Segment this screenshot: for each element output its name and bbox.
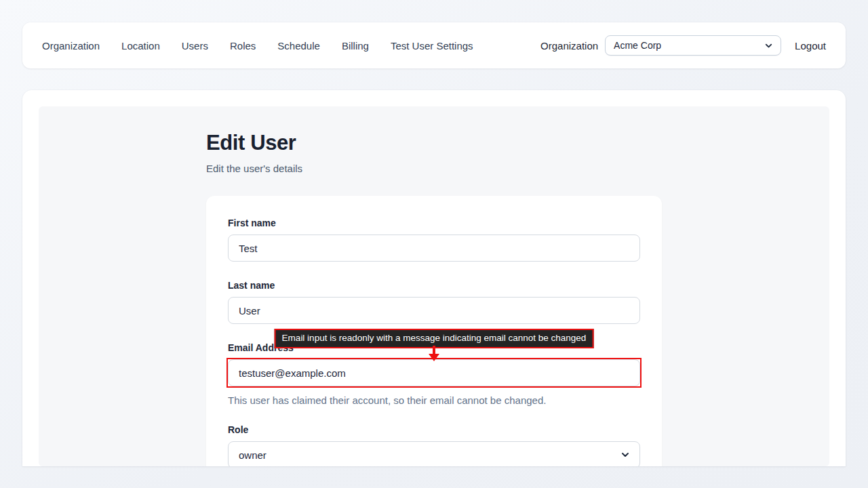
chevron-down-icon: [764, 41, 774, 51]
first-name-field-group: First name: [228, 218, 640, 262]
edit-user-form: First name Last name Email input is read…: [206, 196, 662, 466]
top-navbar: Organization Location Users Roles Schedu…: [22, 22, 846, 68]
nav-link-location[interactable]: Location: [121, 40, 160, 52]
nav-link-roles[interactable]: Roles: [230, 40, 256, 52]
role-field-group: Role owner: [228, 424, 640, 466]
first-name-input[interactable]: [228, 235, 640, 262]
last-name-field-group: Last name: [228, 280, 640, 324]
last-name-label: Last name: [228, 280, 640, 291]
page-subtitle: Edit the user's details: [206, 163, 662, 174]
annotation-tooltip: Email input is readonly with a message i…: [275, 329, 594, 348]
email-input[interactable]: [228, 359, 640, 386]
role-label: Role: [228, 424, 640, 435]
nav-link-test-user-settings[interactable]: Test User Settings: [391, 40, 473, 52]
role-select-value: owner: [239, 449, 267, 461]
email-field-group: Email input is readonly with a message i…: [228, 342, 640, 406]
email-helper-text: This user has claimed their account, so …: [228, 394, 640, 406]
chevron-down-icon: [620, 449, 631, 460]
content-column: Edit User Edit the user's details First …: [206, 106, 662, 466]
nav-link-schedule[interactable]: Schedule: [277, 40, 320, 52]
nav-link-users[interactable]: Users: [182, 40, 208, 52]
navbar-right: Organization Acme Corp Logout: [540, 35, 826, 56]
logout-link[interactable]: Logout: [795, 40, 826, 52]
first-name-label: First name: [228, 218, 640, 228]
app-shell: Organization Location Users Roles Schedu…: [0, 0, 868, 466]
nav-link-billing[interactable]: Billing: [342, 40, 369, 52]
organization-select[interactable]: Acme Corp: [605, 35, 781, 56]
page-title: Edit User: [206, 131, 662, 155]
content-panel: Edit User Edit the user's details First …: [39, 106, 829, 466]
email-input-wrap: [228, 359, 640, 386]
organization-select-label: Organization: [540, 40, 598, 52]
nav-links: Organization Location Users Roles Schedu…: [42, 40, 473, 52]
role-select[interactable]: owner: [228, 441, 640, 466]
nav-link-organization[interactable]: Organization: [42, 40, 100, 52]
last-name-input[interactable]: [228, 297, 640, 324]
main-card: Edit User Edit the user's details First …: [22, 90, 846, 466]
organization-select-value: Acme Corp: [614, 40, 661, 51]
